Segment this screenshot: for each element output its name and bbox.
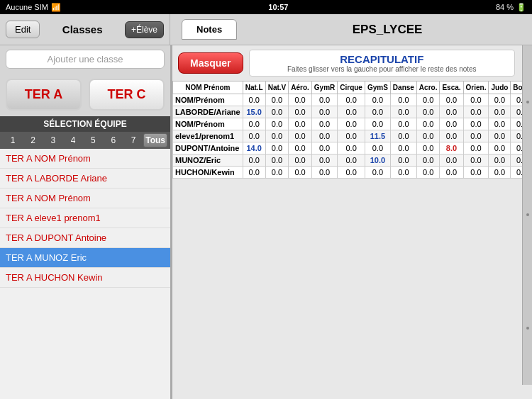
cell-name-0: NOM/Prénom xyxy=(173,94,243,106)
cell-5-4: 0.0 xyxy=(338,154,365,167)
cell-2-4: 0.0 xyxy=(338,118,365,130)
cell-2-7: 0.0 xyxy=(416,118,440,130)
recap-title: RECAPITULATIF xyxy=(255,53,509,65)
cell-2-0: 0.0 xyxy=(243,118,265,130)
cell-4-2: 0.0 xyxy=(289,142,312,154)
notes-tab[interactable]: Notes xyxy=(182,19,237,40)
sel-num-tous[interactable]: Tous xyxy=(143,133,167,147)
sel-num-2[interactable]: 2 xyxy=(23,134,43,147)
col-header-11: Judo xyxy=(489,82,511,94)
sel-num-5[interactable]: 5 xyxy=(83,134,103,147)
recap-header-row: Masquer RECAPITULATIF Faites glisser ver… xyxy=(172,45,532,81)
sel-num-7[interactable]: 7 xyxy=(123,134,143,147)
table-row-6[interactable]: HUCHON/Kewin0.00.00.00.00.00.00.00.00.00… xyxy=(173,167,533,179)
table-row-5[interactable]: MUNOZ/Eric0.00.00.00.00.010.00.00.00.00.… xyxy=(173,154,533,167)
cell-2-2: 0.0 xyxy=(289,118,312,130)
table-row-1[interactable]: LABORDE/Ariane15.00.00.00.00.00.00.00.00… xyxy=(173,106,533,118)
cell-1-3: 0.0 xyxy=(311,106,337,118)
cell-5-6: 0.0 xyxy=(390,154,416,167)
cell-0-2: 0.0 xyxy=(289,94,312,106)
selection-numbers: 1 2 3 4 5 6 7 Tous xyxy=(0,132,170,149)
cell-1-9: 0.0 xyxy=(463,106,489,118)
main-container: Ajouter une classe TER A TER C SÉLECTION… xyxy=(0,45,532,399)
cell-6-0: 0.0 xyxy=(243,167,265,179)
cell-2-3: 0.0 xyxy=(311,118,337,130)
sel-num-4[interactable]: 4 xyxy=(63,134,83,147)
student-item-6[interactable]: TER A HUCHON Kewin xyxy=(0,268,170,288)
cell-1-10: 0.0 xyxy=(489,106,511,118)
table-row-3[interactable]: eleve1/prenom10.00.00.00.00.011.50.00.00… xyxy=(173,130,533,142)
table-row-0[interactable]: NOM/Prénom0.00.00.00.00.00.00.00.00.00.0… xyxy=(173,94,533,106)
cell-5-3: 0.0 xyxy=(311,154,337,167)
col-header-0: NOM Prénom xyxy=(173,82,243,94)
class-ter-a-button[interactable]: TER A xyxy=(6,79,82,111)
status-left: Aucune SIM 📶 xyxy=(6,3,61,12)
cell-3-10: 0.0 xyxy=(489,130,511,142)
student-item-0[interactable]: TER A NOM Prénom xyxy=(0,149,170,169)
left-toolbar: Edit Classes +Élève xyxy=(0,14,170,45)
student-item-3[interactable]: TER A eleve1 prenom1 xyxy=(0,208,170,228)
student-item-4[interactable]: TER A DUPONT Antoine xyxy=(0,228,170,248)
student-item-2[interactable]: TER A NOM Prénom xyxy=(0,189,170,208)
cell-0-1: 0.0 xyxy=(265,94,289,106)
table-row-4[interactable]: DUPONT/Antoine14.00.00.00.00.00.00.00.08… xyxy=(173,142,533,154)
cell-5-9: 0.0 xyxy=(463,154,489,167)
sel-num-1[interactable]: 1 xyxy=(3,134,23,147)
classes-row: TER A TER C xyxy=(0,73,170,116)
class-ter-c-button[interactable]: TER C xyxy=(89,79,165,111)
cell-4-1: 0.0 xyxy=(265,142,289,154)
student-item-5[interactable]: TER A MUNOZ Eric xyxy=(0,248,170,268)
selection-header: SÉLECTION ÉQUIPE xyxy=(0,116,170,132)
col-header-9: Esca. xyxy=(440,82,463,94)
wifi-icon: 📶 xyxy=(51,3,61,12)
cell-2-1: 0.0 xyxy=(265,118,289,130)
col-header-1: Nat.L xyxy=(243,82,265,94)
scroll-indicator xyxy=(526,327,529,330)
col-header-3: Aéro. xyxy=(289,82,312,94)
cell-4-8: 8.0 xyxy=(440,142,463,154)
cell-0-3: 0.0 xyxy=(311,94,337,106)
cell-3-1: 0.0 xyxy=(265,130,289,142)
cell-2-9: 0.0 xyxy=(463,118,489,130)
cell-2-8: 0.0 xyxy=(440,118,463,130)
recap-box: RECAPITULATIF Faites glisser vers la gau… xyxy=(249,50,515,77)
cell-name-1: LABORDE/Ariane xyxy=(173,106,243,118)
col-header-2: Nat.V xyxy=(265,82,289,94)
cell-5-8: 0.0 xyxy=(440,154,463,167)
add-eleve-button[interactable]: +Élève xyxy=(125,21,164,38)
cell-name-4: DUPONT/Antoine xyxy=(173,142,243,154)
top-bars: Edit Classes +Élève Notes EPS_LYCEE xyxy=(0,14,532,45)
cell-6-3: 0.0 xyxy=(311,167,337,179)
cell-0-9: 0.0 xyxy=(463,94,489,106)
cell-3-0: 0.0 xyxy=(243,130,265,142)
cell-6-6: 0.0 xyxy=(390,167,416,179)
col-header-7: Danse xyxy=(390,82,416,94)
table-row-2[interactable]: NOM/Prénom0.00.00.00.00.00.00.00.00.00.0… xyxy=(173,118,533,130)
cell-3-3: 0.0 xyxy=(311,130,337,142)
right-scrollbar[interactable] xyxy=(522,45,532,385)
cell-4-5: 0.0 xyxy=(365,142,390,154)
cell-name-6: HUCHON/Kewin xyxy=(173,167,243,179)
recap-subtitle: Faites glisser vers la gauche pour affic… xyxy=(255,65,509,73)
cell-6-2: 0.0 xyxy=(289,167,312,179)
masquer-button[interactable]: Masquer xyxy=(178,52,243,74)
cell-1-4: 0.0 xyxy=(338,106,365,118)
student-item-1[interactable]: TER A LABORDE Ariane xyxy=(0,169,170,189)
col-header-5: Cirque xyxy=(338,82,365,94)
cell-3-5: 11.5 xyxy=(365,130,390,142)
sel-num-3[interactable]: 3 xyxy=(43,134,63,147)
sel-num-6[interactable]: 6 xyxy=(104,134,123,147)
cell-3-8: 0.0 xyxy=(440,130,463,142)
grades-table-container[interactable]: NOM PrénomNat.LNat.VAéro.GymRCirqueGymSD… xyxy=(172,81,532,399)
app-title: EPS_LYCEE xyxy=(243,23,532,37)
cell-4-4: 0.0 xyxy=(338,142,365,154)
cell-0-7: 0.0 xyxy=(416,94,440,106)
scroll-indicator xyxy=(526,213,529,216)
battery-icon: 🔋 xyxy=(516,3,526,12)
add-class-input[interactable]: Ajouter une classe xyxy=(6,50,165,69)
cell-4-6: 0.0 xyxy=(390,142,416,154)
cell-3-9: 0.0 xyxy=(463,130,489,142)
right-panel: Masquer RECAPITULATIF Faites glisser ver… xyxy=(172,45,532,399)
edit-button[interactable]: Edit xyxy=(6,21,40,38)
cell-6-8: 0.0 xyxy=(440,167,463,179)
